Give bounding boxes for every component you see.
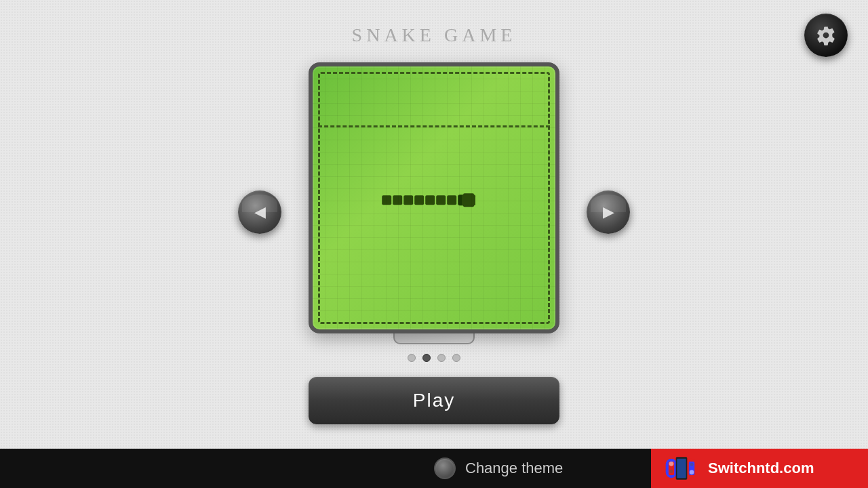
svg-rect-9 bbox=[677, 459, 686, 478]
brand-area: Switchntd.com bbox=[651, 449, 868, 488]
nintendo-switch-logo bbox=[665, 454, 698, 483]
theme-icon[interactable] bbox=[434, 458, 456, 479]
settings-button[interactable] bbox=[804, 14, 848, 57]
game-title: Snake Game bbox=[352, 24, 517, 46]
snake-segment bbox=[414, 195, 424, 205]
snake-body bbox=[382, 195, 469, 205]
snake-segment bbox=[393, 195, 402, 205]
gear-icon bbox=[816, 25, 836, 45]
svg-point-7 bbox=[690, 463, 694, 466]
score-divider bbox=[318, 66, 550, 127]
dot-2 bbox=[422, 354, 431, 362]
next-button[interactable]: ▶ bbox=[587, 190, 630, 234]
main-content: Snake Game ◀ bbox=[0, 0, 868, 449]
svg-point-2 bbox=[669, 462, 674, 466]
carousel-area: ◀ bbox=[238, 62, 630, 362]
dot-3 bbox=[437, 354, 446, 362]
snake-segment bbox=[436, 195, 446, 205]
game-preview bbox=[309, 62, 559, 333]
play-button[interactable]: Play bbox=[309, 377, 559, 424]
right-arrow-icon: ▶ bbox=[603, 205, 614, 220]
change-theme-area: Change theme bbox=[0, 458, 651, 479]
dot-4 bbox=[452, 354, 460, 362]
left-arrow-icon: ◀ bbox=[254, 205, 266, 220]
game-preview-container bbox=[309, 62, 559, 362]
device-bottom-tab bbox=[393, 332, 475, 344]
dot-1 bbox=[408, 354, 416, 362]
snake-segment bbox=[403, 195, 413, 205]
svg-point-3 bbox=[670, 470, 673, 473]
svg-point-6 bbox=[690, 470, 694, 475]
change-theme-label[interactable]: Change theme bbox=[465, 460, 563, 477]
snake-segment bbox=[447, 195, 456, 205]
brand-text: Switchntd.com bbox=[708, 460, 814, 477]
dots-indicator bbox=[408, 354, 460, 362]
food-item bbox=[463, 195, 474, 205]
snake-segment bbox=[382, 195, 391, 205]
bottom-bar: Change theme Switchntd.com bbox=[0, 449, 868, 488]
prev-button[interactable]: ◀ bbox=[238, 190, 281, 234]
snake-segment bbox=[425, 195, 435, 205]
